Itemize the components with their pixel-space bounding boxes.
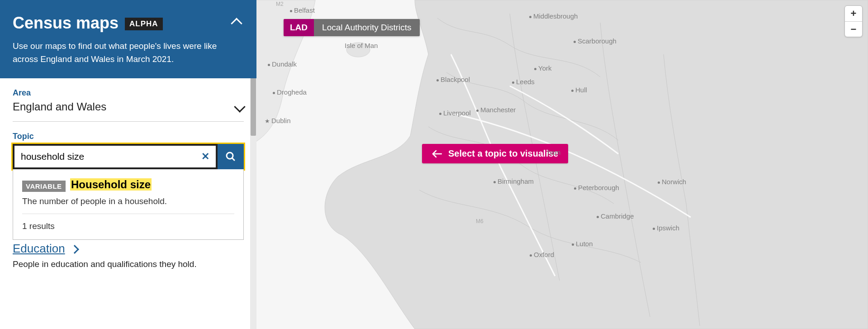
geography-level-abbr: LAD (284, 19, 314, 36)
select-topic-text: Select a topic to visualise (448, 148, 558, 159)
zoom-out-button[interactable]: − (845, 21, 862, 37)
suggestion-results-count: 1 results (22, 221, 234, 231)
topic-label: Topic (13, 132, 244, 141)
topic-search: ✕ (13, 144, 244, 169)
topic-search-input[interactable] (14, 146, 195, 167)
geography-level-name: Local Authority Districts (314, 19, 419, 36)
select-topic-callout[interactable]: Select a topic to visualise (422, 144, 568, 163)
suggestion-description: The number of people in a household. (22, 196, 234, 206)
sidebar-body: Area England and Wales Topic ✕ (0, 78, 256, 278)
search-button[interactable] (218, 144, 244, 169)
search-icon (225, 151, 236, 162)
education-description: People in education and qualifications t… (13, 259, 244, 269)
alpha-badge: ALPHA (125, 18, 163, 30)
topic-category-education[interactable]: Education People in education and qualif… (13, 242, 244, 269)
area-label: Area (13, 88, 244, 98)
chevron-right-icon (70, 245, 79, 254)
geography-level-badge: LAD Local Authority Districts (284, 19, 420, 36)
app-description: Use our maps to find out what people's l… (13, 40, 244, 66)
variable-tag: VARIABLE (22, 181, 66, 192)
basemap-svg (256, 0, 868, 329)
area-value: England and Wales (13, 100, 106, 113)
area-selector[interactable]: England and Wales (13, 100, 244, 122)
topic-section: Topic ✕ VARIABLE Household size The num (13, 132, 244, 169)
arrow-left-icon (432, 150, 442, 158)
sidebar-header: Census maps ALPHA Use our maps to find o… (0, 0, 256, 78)
chevron-up-icon (231, 18, 242, 29)
sidebar: Census maps ALPHA Use our maps to find o… (0, 0, 256, 329)
collapse-sidebar-button[interactable] (229, 16, 244, 31)
chevron-down-icon (234, 101, 245, 112)
svg-line-1 (232, 158, 234, 160)
zoom-in-button[interactable]: + (845, 6, 862, 21)
education-link[interactable]: Education (13, 242, 65, 255)
search-suggestions: VARIABLE Household size The number of pe… (13, 169, 244, 240)
app-title: Census maps (13, 14, 119, 33)
svg-point-3 (346, 43, 370, 57)
zoom-controls: + − (844, 5, 863, 37)
map-canvas[interactable]: LAD Local Authority Districts Select a t… (256, 0, 868, 329)
clear-search-button[interactable]: ✕ (195, 151, 216, 162)
search-suggestion-item[interactable]: VARIABLE Household size The number of pe… (22, 178, 234, 214)
suggestion-title: Household size (70, 178, 152, 191)
